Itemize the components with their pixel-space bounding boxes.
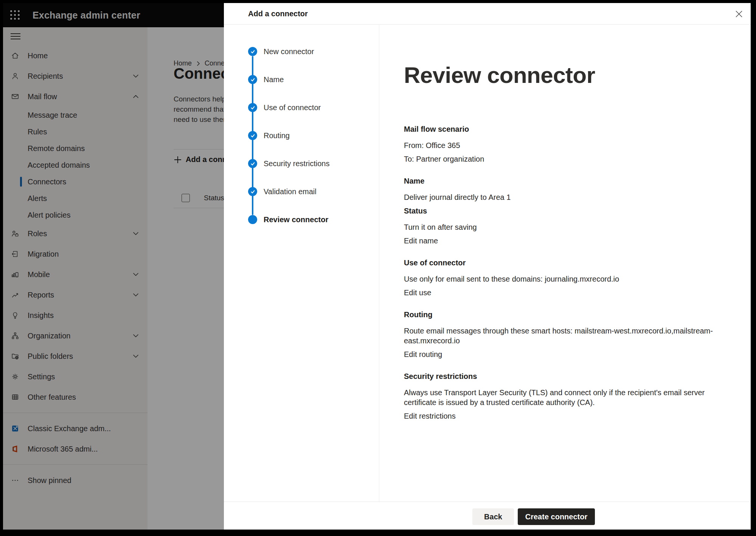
step-label: New connector: [264, 47, 314, 56]
step-use-of-connector[interactable]: Use of connector: [224, 103, 379, 112]
edit-name-link[interactable]: Edit name: [404, 236, 438, 246]
section-text: Deliver journal directly to Area 1: [404, 192, 728, 202]
step-label: Name: [264, 75, 284, 84]
add-connector-panel: Add a connector New connectorNameUse of …: [224, 3, 751, 530]
step-completed-check-icon: [248, 187, 257, 196]
back-button[interactable]: Back: [472, 508, 514, 525]
step-name[interactable]: Name: [224, 75, 379, 84]
step-completed-check-icon: [248, 159, 257, 168]
review-pane: Review connector Mail flow scenarioFrom:…: [380, 25, 751, 502]
section-heading-use-of-connector: Use of connector: [404, 258, 728, 268]
section-text: Use only for email sent to these domains…: [404, 274, 728, 284]
exchange-admin-app: Exchange admin center HomeRecipientsMail…: [3, 3, 751, 530]
step-completed-check-icon: [248, 103, 257, 112]
section-heading-name: Name: [404, 176, 728, 186]
section-heading-security-restrictions: Security restrictions: [404, 371, 728, 381]
step-label: Validation email: [264, 187, 317, 196]
section-heading-status: Status: [404, 206, 728, 216]
step-completed-check-icon: [248, 131, 257, 140]
step-routing[interactable]: Routing: [224, 131, 379, 140]
section-text: Turn it on after saving: [404, 222, 728, 232]
step-label: Security restrictions: [264, 159, 330, 168]
step-label: Use of connector: [264, 103, 321, 112]
review-title: Review connector: [404, 61, 728, 89]
step-completed-check-icon: [248, 75, 257, 84]
step-review-connector[interactable]: Review connector: [224, 215, 379, 224]
section-text: Route email messages through these smart…: [404, 326, 728, 346]
panel-footer: Back Create connector: [224, 502, 751, 530]
section-heading-routing: Routing: [404, 310, 728, 319]
step-completed-check-icon: [248, 47, 257, 56]
close-button[interactable]: [733, 8, 745, 20]
section-heading-mail-flow-scenario: Mail flow scenario: [404, 124, 728, 134]
edit-routing-link[interactable]: Edit routing: [404, 349, 442, 359]
step-new-connector[interactable]: New connector: [224, 47, 379, 56]
section-text: To: Partner organization: [404, 154, 728, 164]
edit-restrictions-link[interactable]: Edit restrictions: [404, 411, 456, 421]
screen-frame: Exchange admin center HomeRecipientsMail…: [0, 0, 756, 536]
step-security-restrictions[interactable]: Security restrictions: [224, 159, 379, 168]
step-label: Review connector: [264, 215, 328, 224]
panel-title: Add a connector: [248, 3, 308, 25]
edit-use-link[interactable]: Edit use: [404, 288, 431, 298]
section-text: From: Office 365: [404, 140, 728, 150]
step-current-icon: [248, 215, 257, 224]
wizard-stepper: New connectorNameUse of connectorRouting…: [224, 25, 379, 502]
create-connector-button[interactable]: Create connector: [518, 508, 595, 525]
section-text: Always use Transport Layer Security (TLS…: [404, 388, 728, 407]
step-validation-email[interactable]: Validation email: [224, 187, 379, 196]
panel-header: Add a connector: [224, 3, 751, 25]
close-icon: [735, 10, 743, 18]
step-label: Routing: [264, 131, 290, 140]
